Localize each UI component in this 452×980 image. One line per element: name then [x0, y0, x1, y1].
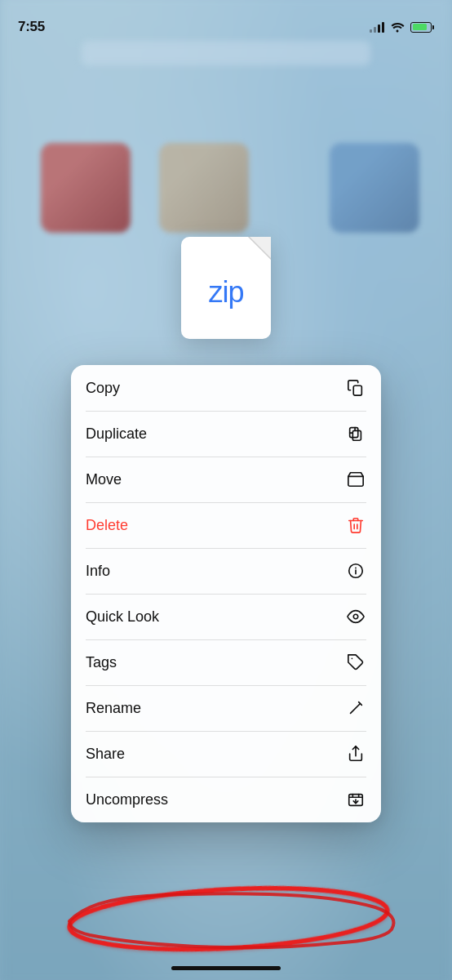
share-icon: [345, 743, 366, 764]
uncompress-label: Uncompress: [86, 791, 168, 808]
battery-nub: [432, 25, 434, 29]
move-icon: [345, 469, 366, 490]
battery-fill: [413, 24, 428, 30]
svg-rect-0: [353, 385, 361, 395]
status-time: 7:55: [18, 19, 45, 35]
signal-bar-3: [378, 24, 380, 33]
rename-label: Rename: [86, 700, 141, 717]
signal-bar-4: [382, 22, 384, 33]
delete-icon: [345, 514, 366, 536]
bg-top-strip: [82, 41, 370, 65]
bg-thumbnail-1: [41, 143, 131, 233]
info-icon: [345, 560, 366, 581]
menu-item-delete[interactable]: Delete: [71, 502, 381, 548]
menu-item-duplicate[interactable]: Duplicate: [71, 411, 381, 457]
home-indicator: [171, 966, 281, 970]
info-label: Info: [86, 563, 110, 580]
menu-item-move[interactable]: Move: [71, 457, 381, 502]
menu-item-tags[interactable]: Tags: [71, 639, 381, 685]
menu-item-copy[interactable]: Copy: [71, 365, 381, 411]
delete-label: Delete: [86, 517, 128, 534]
rename-icon: [345, 697, 366, 719]
uncompress-icon: [345, 789, 366, 810]
menu-item-share[interactable]: Share: [71, 731, 381, 777]
status-bar: 7:55: [0, 0, 452, 42]
duplicate-label: Duplicate: [86, 425, 147, 443]
copy-icon: [345, 377, 366, 399]
menu-item-quicklook[interactable]: Quick Look: [71, 594, 381, 639]
tags-label: Tags: [86, 654, 117, 671]
zip-file-icon: zip: [181, 237, 271, 339]
menu-item-rename[interactable]: Rename: [71, 685, 381, 731]
svg-line-10: [351, 704, 361, 714]
duplicate-icon: [345, 423, 366, 444]
battery-body: [410, 22, 432, 33]
copy-label: Copy: [86, 380, 120, 397]
move-label: Move: [86, 471, 122, 488]
signal-bar-2: [374, 27, 376, 33]
zip-file-label: zip: [208, 275, 243, 310]
menu-item-info[interactable]: Info: [71, 548, 381, 594]
zip-file-icon-container: zip: [181, 237, 271, 339]
battery-icon: [410, 22, 434, 33]
svg-rect-1: [352, 430, 361, 440]
signal-bar-1: [370, 29, 372, 33]
signal-icon: [370, 21, 384, 33]
wifi-icon: [390, 21, 405, 33]
quicklook-icon: [345, 606, 366, 627]
status-icons: [370, 21, 434, 33]
context-menu: Copy Duplicate Move Del: [71, 365, 381, 822]
svg-point-8: [353, 614, 358, 619]
menu-item-uncompress[interactable]: Uncompress: [71, 777, 381, 822]
quicklook-label: Quick Look: [86, 608, 159, 626]
file-fold: [248, 237, 271, 260]
bg-thumbnail-2: [159, 143, 249, 233]
tags-icon: [345, 652, 366, 673]
share-label: Share: [86, 746, 125, 763]
bg-thumbnail-3: [330, 143, 419, 233]
